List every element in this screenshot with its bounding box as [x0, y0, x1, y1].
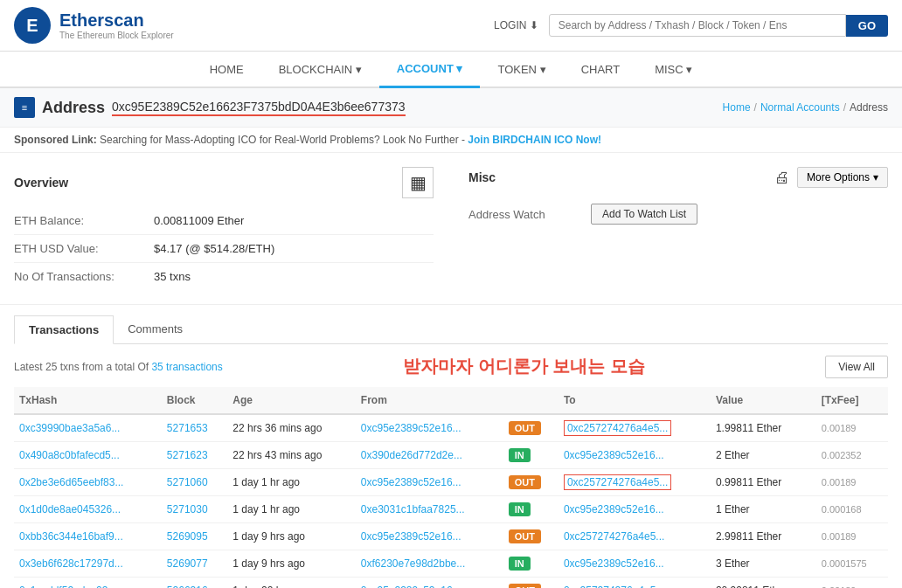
- qr-icon[interactable]: ▦: [402, 167, 434, 198]
- txhash-link[interactable]: 0xc39990bae3a5a6...: [19, 422, 120, 434]
- login-label[interactable]: LOGIN ⬇: [494, 19, 538, 31]
- value: 2.99811 Ether: [711, 523, 816, 550]
- block-link[interactable]: 5266316: [167, 585, 208, 588]
- tabs: Transactions Comments: [14, 315, 888, 344]
- age: 1 day 1 hr ago: [227, 469, 356, 496]
- nav-misc[interactable]: MISC ▾: [637, 52, 710, 86]
- block-link[interactable]: 5271653: [167, 422, 208, 434]
- tx-count-label: No Of Transactions:: [14, 270, 154, 283]
- table-row: 0x490a8c0bfafecd5... 5271623 22 hrs 43 m…: [14, 442, 888, 469]
- breadcrumb-address: Address: [850, 101, 888, 114]
- to-link[interactable]: 0xc95e2389c52e16...: [564, 557, 664, 570]
- block-link[interactable]: 5269095: [167, 530, 208, 543]
- tab-transactions[interactable]: Transactions: [14, 315, 114, 344]
- logo-area: E Etherscan The Ethereum Block Explorer: [14, 7, 174, 44]
- search-button[interactable]: GO: [846, 15, 888, 37]
- sponsored-text: Searching for Mass-Adopting ICO for Real…: [100, 134, 468, 146]
- col-txhash: TxHash: [14, 387, 162, 414]
- overview-title: Overview: [14, 176, 68, 190]
- to-link[interactable]: 0xc95e2389c52e16...: [564, 449, 664, 461]
- txhash-link[interactable]: 0x490a8c0bfafecd5...: [19, 449, 120, 461]
- from-link[interactable]: 0xe3031c1bfaa7825...: [361, 503, 465, 515]
- sponsored-bar: Sponsored Link: Searching for Mass-Adopt…: [0, 128, 902, 153]
- misc-panel: Misc 🖨 More Options ▾ Address Watch Add …: [468, 167, 888, 290]
- direction-badge: OUT: [509, 475, 541, 489]
- col-txfee: [TxFee]: [816, 387, 888, 414]
- overview-misc-section: Overview ▦ ETH Balance: 0.00811009 Ether…: [0, 153, 902, 305]
- tx-annotation: 받자마자 어디론가 보내는 모습: [403, 355, 645, 378]
- to-link[interactable]: 0xc257274276a4e5...: [564, 474, 671, 490]
- view-all-button[interactable]: View All: [825, 356, 888, 378]
- nav-blockchain[interactable]: BLOCKCHAIN ▾: [261, 52, 379, 86]
- txhash-link[interactable]: 0x2be3e6d65eebf83...: [19, 476, 123, 488]
- txhash-link[interactable]: 0xbb36c344e16baf9...: [19, 530, 123, 543]
- block-link[interactable]: 5271060: [167, 476, 208, 488]
- tx-count-value: 35 txns: [154, 270, 191, 283]
- txfee: 0.00189: [816, 414, 888, 442]
- to-link[interactable]: 0xc257274276a4e5...: [564, 530, 664, 543]
- age: 1 day 9 hrs ago: [227, 550, 356, 578]
- from-link[interactable]: 0xc95e2389c52e16...: [361, 530, 461, 543]
- to-link[interactable]: 0xc257274276a4e5...: [564, 420, 671, 436]
- breadcrumb-home[interactable]: Home: [723, 101, 751, 114]
- brand-name: Etherscan: [59, 10, 174, 31]
- watch-label: Address Watch: [468, 208, 591, 221]
- col-to: To: [559, 387, 711, 414]
- breadcrumb-normal-accounts[interactable]: Normal Accounts: [760, 101, 840, 114]
- value: 1 Ether: [711, 496, 816, 523]
- txfee: 0.000168: [816, 496, 888, 523]
- to-link[interactable]: 0xc95e2389c52e16...: [564, 503, 664, 515]
- add-to-watchlist-button[interactable]: Add To Watch List: [591, 204, 697, 225]
- from-link[interactable]: 0xf6230e7e98d2bbe...: [361, 557, 465, 570]
- txhash-link[interactable]: 0x3eb6f628c17297d...: [19, 557, 123, 570]
- direction-badge: IN: [509, 557, 531, 571]
- block-link[interactable]: 5271623: [167, 449, 208, 461]
- tab-comments[interactable]: Comments: [114, 315, 197, 343]
- direction-badge: IN: [509, 448, 531, 462]
- col-from: From: [356, 387, 503, 414]
- more-options-label: More Options: [807, 171, 870, 183]
- search-area: LOGIN ⬇ GO: [494, 14, 888, 37]
- nav-home[interactable]: HOME: [192, 52, 261, 86]
- more-options-arrow: ▾: [873, 171, 878, 183]
- from-link[interactable]: 0xc95e2389c52e16...: [361, 476, 461, 488]
- value: 0.99811 Ether: [711, 469, 816, 496]
- value: 2 Ether: [711, 442, 816, 469]
- to-link[interactable]: 0xc257274276a4e5...: [564, 585, 664, 588]
- breadcrumb: Home / Normal Accounts / Address: [723, 101, 888, 114]
- tx-info: Latest 25 txns from a total Of 35 transa…: [14, 361, 223, 373]
- direction-badge: IN: [509, 502, 531, 516]
- eth-usd-value: $4.17 (@ $514.28/ETH): [154, 242, 274, 255]
- tx-total-link[interactable]: 35 transactions: [151, 361, 222, 373]
- col-dir: [503, 387, 559, 414]
- tx-count-row: No Of Transactions: 35 txns: [14, 263, 434, 290]
- txfee: 0.002352: [816, 442, 888, 469]
- table-row: 0x2be3e6d65eebf83... 5271060 1 day 1 hr …: [14, 469, 888, 496]
- search-input[interactable]: [549, 14, 846, 37]
- block-link[interactable]: 5269077: [167, 557, 208, 570]
- txfee: 0.00189: [816, 523, 888, 550]
- header: E Etherscan The Ethereum Block Explorer …: [0, 0, 902, 52]
- from-link[interactable]: 0x390de26d772d2e...: [361, 449, 462, 461]
- more-options-button[interactable]: More Options ▾: [797, 167, 888, 188]
- age: 22 hrs 43 mins ago: [227, 442, 356, 469]
- from-link[interactable]: 0xc95e2389c52e16...: [361, 585, 461, 588]
- eth-usd-row: ETH USD Value: $4.17 (@ $514.28/ETH): [14, 235, 434, 263]
- sponsored-link[interactable]: Join BIRDCHAIN ICO Now!: [468, 134, 601, 146]
- from-link[interactable]: 0xc95e2389c52e16...: [361, 422, 461, 434]
- block-link[interactable]: 5271030: [167, 503, 208, 515]
- txhash-link[interactable]: 0x1d0de8ae045326...: [19, 503, 121, 515]
- print-icon[interactable]: 🖨: [774, 169, 790, 187]
- address-hash: 0xc95E2389C52e16623F7375bdD0A4E3b6ee6773…: [112, 100, 406, 116]
- nav-token[interactable]: TOKEN ▾: [480, 52, 563, 86]
- direction-badge: OUT: [509, 529, 541, 543]
- direction-badge: OUT: [509, 584, 541, 588]
- txhash-link[interactable]: 0x1acddf52adec03a...: [19, 585, 122, 588]
- breadcrumb-sep-1: /: [754, 101, 757, 114]
- table-row: 0x1acddf52adec03a... 5266316 1 day 20 hr…: [14, 578, 888, 589]
- col-value: Value: [711, 387, 816, 414]
- nav-chart[interactable]: CHART: [564, 52, 638, 86]
- nav-account[interactable]: ACCOUNT ▾: [379, 52, 481, 88]
- overview-panel: Overview ▦ ETH Balance: 0.00811009 Ether…: [14, 167, 434, 290]
- misc-title: Misc: [468, 170, 496, 184]
